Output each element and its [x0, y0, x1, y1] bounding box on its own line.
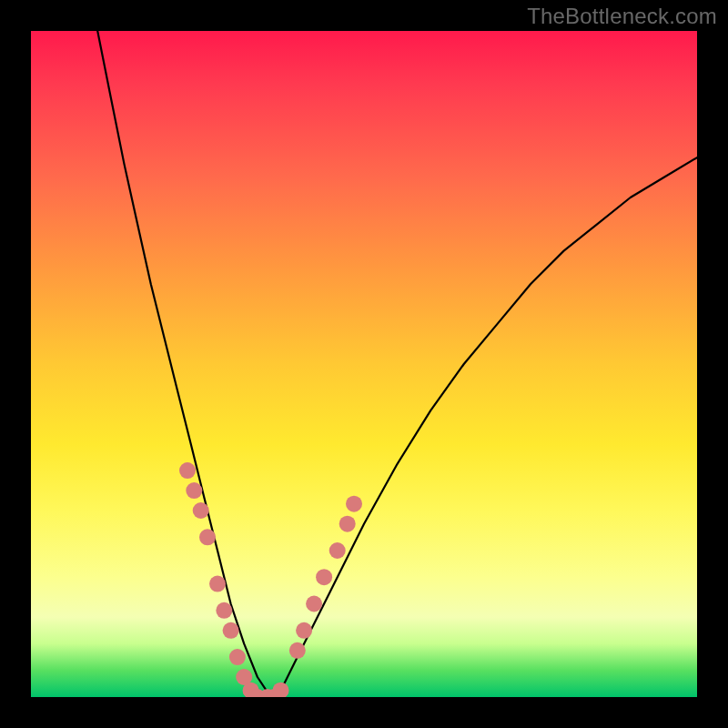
marker-dot — [316, 569, 332, 585]
marker-dot — [296, 622, 312, 639]
marker-dot — [216, 602, 232, 619]
bottleneck-curve — [97, 31, 697, 697]
marker-dot — [179, 462, 196, 479]
marker-dot — [193, 502, 209, 519]
marker-dot — [289, 642, 306, 659]
marker-dot — [306, 596, 322, 612]
curve-line — [97, 31, 697, 697]
marker-dot — [273, 682, 289, 697]
highlighted-points — [179, 462, 362, 697]
marker-dot — [259, 689, 276, 697]
marker-dot — [229, 649, 246, 665]
curve-layer — [31, 31, 697, 697]
marker-dot — [266, 689, 282, 697]
marker-dot — [209, 576, 226, 592]
marker-dot — [329, 542, 346, 559]
marker-dot — [243, 682, 259, 697]
marker-dot — [249, 689, 266, 697]
marker-dot — [223, 622, 239, 639]
marker-dot — [346, 496, 362, 512]
marker-dot — [199, 529, 216, 545]
watermark-text: TheBottleneck.com — [527, 4, 717, 29]
marker-dot — [236, 669, 252, 685]
plot-area — [31, 31, 697, 697]
chart-frame: TheBottleneck.com — [0, 0, 728, 728]
marker-dot — [339, 516, 356, 532]
marker-dot — [186, 482, 202, 499]
